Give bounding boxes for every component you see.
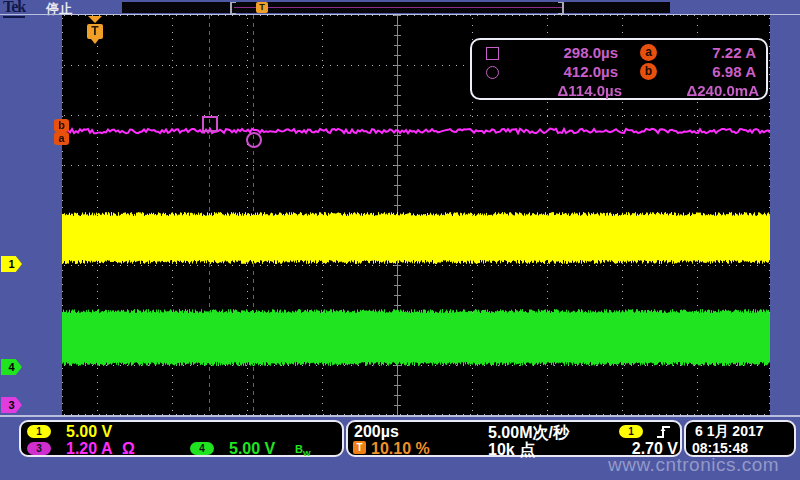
header-bar: Tek 停止 T <box>0 0 800 14</box>
cursor-b-circle-marker[interactable] <box>246 132 262 148</box>
ch1-position-marker[interactable]: 1 <box>1 256 22 272</box>
ch3-position-marker[interactable]: 3 <box>1 397 22 413</box>
horizontal-trigger-box[interactable]: 200µs 5.00M次/秒 1 T 10.10 % 10k 点 2.70 V <box>346 420 682 457</box>
cursor-a-badge: a <box>640 44 657 61</box>
datetime-box[interactable]: 6 1月 2017 08:15:48 <box>684 420 796 457</box>
ch3-scale: 1.20 A <box>66 440 113 458</box>
ch3-badge[interactable]: 3 <box>27 442 51 455</box>
record-trigger-marker-icon: T <box>256 2 268 13</box>
trigger-position-percent: 10.10 % <box>371 440 430 458</box>
cursor-readout-row-a: 298.0µs a 7.22 A <box>472 44 766 62</box>
cursor-b-line[interactable] <box>248 15 258 415</box>
ch4-scale: 5.00 V <box>229 440 275 458</box>
tek-logo: Tek <box>3 0 25 18</box>
cursor-b-edge-badge[interactable]: b <box>54 119 69 132</box>
trigger-position-arrow-icon <box>88 16 102 23</box>
cursor-b-badge: b <box>640 63 657 80</box>
record-view-bar[interactable]: T <box>122 2 670 13</box>
date-label: 6 1月 2017 <box>695 423 764 441</box>
delta-amplitude: Δ240.0mA <box>657 82 759 99</box>
ch1-scale: 5.00 V <box>66 423 112 441</box>
window-bracket-left <box>230 2 236 14</box>
ch4-badge[interactable]: 4 <box>190 442 214 455</box>
ch3-coupling: Ω <box>122 440 135 458</box>
delta-time: Δ114.0µs <box>510 82 622 99</box>
cursor-b-amplitude: 6.98 A <box>664 63 756 80</box>
bottom-separator <box>0 415 800 417</box>
cursor-readout-delta-row: Δ114.0µs Δ240.0mA <box>472 82 766 100</box>
circle-cursor-icon <box>486 66 499 79</box>
cursor-a-square-marker[interactable] <box>202 116 218 132</box>
record-length: 10k 点 <box>488 440 535 461</box>
trigger-position-tail-icon <box>91 39 99 44</box>
rising-edge-icon <box>656 424 671 439</box>
ch1-badge[interactable]: 1 <box>27 425 51 438</box>
trigger-position-marker[interactable]: T <box>87 24 103 39</box>
oscilloscope-screen: Tek 停止 T T b a 1 4 3 298.0µs a 7.22 A <box>0 0 800 480</box>
window-bracket-right <box>558 2 564 14</box>
cursor-readout-panel: 298.0µs a 7.22 A 412.0µs b 6.98 A Δ114.0… <box>470 38 768 100</box>
cursor-a-line[interactable] <box>204 15 214 415</box>
bandwidth-limit-icon: BW <box>295 443 311 458</box>
cursor-readout-row-b: 412.0µs b 6.98 A <box>472 63 766 81</box>
cursor-a-time: 298.0µs <box>510 44 618 61</box>
cursor-a-edge-badge[interactable]: a <box>54 132 69 145</box>
cursor-a-amplitude: 7.22 A <box>664 44 756 61</box>
trigger-source-badge[interactable]: 1 <box>619 425 643 438</box>
ch4-position-marker[interactable]: 4 <box>1 359 22 375</box>
square-cursor-icon <box>486 47 499 60</box>
timebase-value: 200µs <box>354 423 399 441</box>
cursor-b-time: 412.0µs <box>510 63 618 80</box>
trigger-position-badge: T <box>353 441 366 454</box>
record-window-line <box>234 7 562 8</box>
watermark: www.cntronics.com <box>608 454 798 476</box>
channel-settings-box[interactable]: 1 5.00 V 3 1.20 A Ω 4 5.00 V BW <box>19 420 344 457</box>
